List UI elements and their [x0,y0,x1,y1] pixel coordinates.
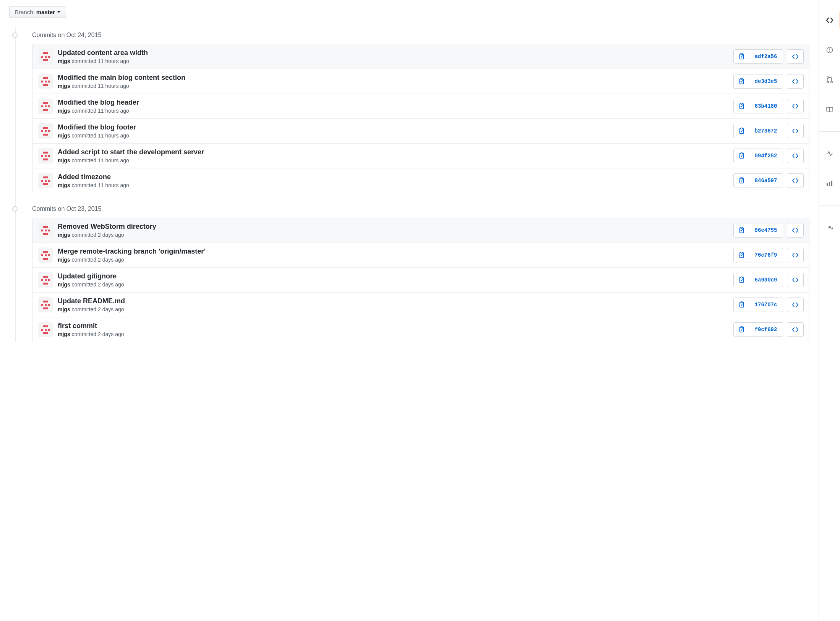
browse-repo-button[interactable] [787,298,804,312]
commit-body: first commit mjgs committed 2 days ago [58,322,729,337]
avatar [38,297,53,312]
commit-time: committed 2 days ago [72,281,124,288]
browse-repo-button[interactable] [787,74,804,89]
commit-actions: de3d3e5 [733,74,804,89]
commit-hash-link[interactable]: 86c4755 [749,223,783,237]
commit-hash-link[interactable]: 176707c [749,298,783,312]
commit-title-link[interactable]: Added timezone [58,173,729,181]
browse-repo-button[interactable] [787,99,804,113]
svg-rect-21 [741,327,743,328]
commit-list: Removed WebStorm directory mjgs committe… [32,218,809,342]
nav-pulse[interactable] [819,144,840,163]
clipboard-icon [738,128,744,134]
book-icon [826,107,834,113]
copy-hash-button[interactable] [734,124,749,138]
commit-author-link[interactable]: mjgs [58,306,70,312]
commit-author-link[interactable]: mjgs [58,281,70,288]
copy-hash-button[interactable] [734,74,749,88]
copy-hash-button[interactable] [734,223,749,237]
nav-pull-requests[interactable] [819,70,840,89]
browse-repo-button[interactable] [787,124,804,138]
svg-point-27 [830,81,832,83]
commit-author-link[interactable]: mjgs [58,331,70,337]
commit-hash-link[interactable]: adf2a56 [749,50,783,63]
svg-rect-17 [741,277,743,278]
nav-code[interactable] [819,11,840,30]
nav-graphs[interactable] [819,174,840,193]
browse-repo-button[interactable] [787,248,804,262]
nav-issues[interactable] [819,40,840,60]
commit-time: committed 11 hours ago [72,133,129,139]
nav-settings[interactable] [819,218,840,237]
commit-author-link[interactable]: mjgs [58,83,70,89]
commit-item: Added timezone mjgs committed 11 hours a… [32,168,809,193]
browse-repo-button[interactable] [787,173,804,188]
copy-hash-button[interactable] [734,149,749,163]
commit-actions: f9cf692 [733,322,804,337]
commit-meta: mjgs committed 2 days ago [58,281,729,288]
commit-title-link[interactable]: Modified the main blog content section [58,74,729,82]
code-icon [792,104,799,109]
commit-item: first commit mjgs committed 2 days ago f… [32,317,809,342]
nav-separator [819,205,840,205]
commit-group-header: Commits on Oct 24, 2015 [18,27,809,44]
commit-hash-link[interactable]: 63b4180 [749,99,783,113]
avatar [38,99,53,114]
commit-title-link[interactable]: Added script to start the development se… [58,148,729,157]
avatar [38,247,53,263]
commit-title-link[interactable]: first commit [58,322,729,330]
copy-hash-button[interactable] [734,323,749,336]
browse-repo-button[interactable] [787,322,804,337]
commit-author-link[interactable]: mjgs [58,232,70,238]
commit-author-link[interactable]: mjgs [58,157,70,163]
nav-wiki[interactable] [819,100,840,119]
commit-title-link[interactable]: Removed WebStorm directory [58,223,729,231]
commit-hash-group: de3d3e5 [733,74,783,89]
commit-hash-link[interactable]: 76c76f9 [749,248,783,262]
commit-hash-link[interactable]: b273672 [749,124,783,138]
commit-title-link[interactable]: Modified the blog footer [58,123,729,132]
code-icon [826,17,834,23]
commit-title-link[interactable]: Modified the blog header [58,99,729,107]
commit-hash-link[interactable]: 6a930c9 [749,273,783,287]
commit-actions: 094f252 [733,149,804,163]
commit-author-link[interactable]: mjgs [58,257,70,263]
commit-title-link[interactable]: Updated content area width [58,49,729,57]
git-pull-request-icon [826,76,833,84]
commit-hash-link[interactable]: de3d3e5 [749,74,783,88]
commit-item: Modified the blog header mjgs committed … [32,94,809,118]
commit-author-link[interactable]: mjgs [58,58,70,64]
copy-hash-button[interactable] [734,99,749,113]
commit-hash-link[interactable]: f9cf692 [749,323,783,336]
browse-repo-button[interactable] [787,49,804,64]
commit-author-link[interactable]: mjgs [58,182,70,188]
code-icon [792,252,799,258]
commit-title-link[interactable]: Update README.md [58,297,729,306]
commit-title-link[interactable]: Merge remote-tracking branch 'origin/mas… [58,247,729,256]
commit-hash-group: 6a930c9 [733,273,783,287]
commit-body: Updated content area width mjgs committe… [58,49,729,64]
branch-selector[interactable]: Branch: master [9,6,66,18]
commit-time: committed 11 hours ago [72,108,129,114]
commit-body: Modified the main blog content section m… [58,74,729,89]
commit-body: Modified the blog footer mjgs committed … [58,123,729,139]
code-icon [792,302,799,307]
browse-repo-button[interactable] [787,223,804,238]
commit-author-link[interactable]: mjgs [58,133,70,139]
commit-meta: mjgs committed 11 hours ago [58,157,729,163]
copy-hash-button[interactable] [734,50,749,63]
commit-time: committed 11 hours ago [72,157,129,163]
commit-hash-group: adf2a56 [733,49,783,64]
copy-hash-button[interactable] [734,248,749,262]
code-icon [792,128,799,134]
commit-author-link[interactable]: mjgs [58,108,70,114]
avatar [38,49,53,64]
copy-hash-button[interactable] [734,273,749,287]
commit-hash-link[interactable]: 094f252 [749,149,783,163]
browse-repo-button[interactable] [787,273,804,287]
browse-repo-button[interactable] [787,149,804,163]
commit-hash-link[interactable]: 846a597 [749,174,783,188]
copy-hash-button[interactable] [734,298,749,312]
copy-hash-button[interactable] [734,174,749,188]
commit-title-link[interactable]: Updated gitignore [58,272,729,281]
